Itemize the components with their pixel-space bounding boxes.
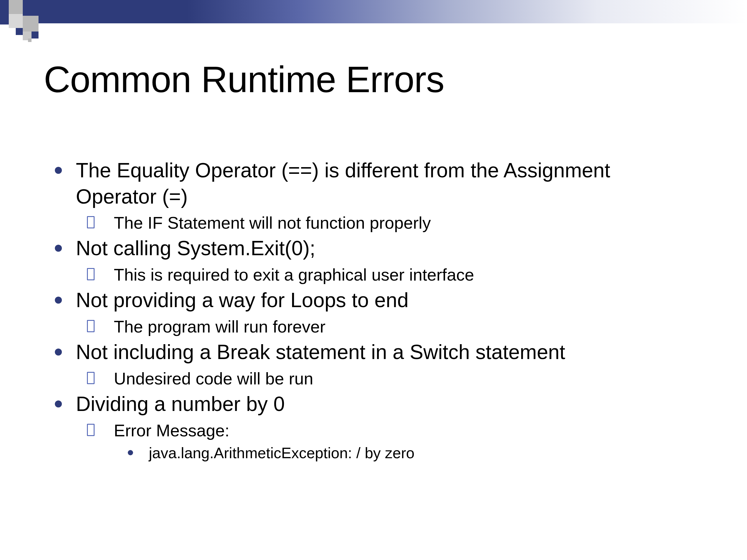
hollow-square-icon [87,320,95,332]
sub-bullet-item: Undesired code will be run [76,367,686,390]
sub-sub-bullet-item: java.lang.ArithmeticException: / by zero [114,443,686,464]
sub-bullet-item: This is required to exit a graphical use… [76,263,686,286]
slide-title: Common Runtime Errors [44,58,444,101]
bullet-item: Not including a Break statement in a Swi… [44,339,686,390]
slide-body: The Equality Operator (==) is different … [44,158,686,465]
bullet-item: The Equality Operator (==) is different … [44,158,686,234]
corner-square-mosaic-icon [0,0,58,58]
hollow-square-icon [87,372,95,384]
bullet-text: Dividing a number by 0 [76,393,285,415]
bullet-text: Not calling System.Exit(0); [76,237,315,260]
hollow-square-icon [87,424,95,436]
sub-bullet-item: The program will run forever [76,315,686,338]
sub-bullet-text: The program will run forever [114,317,325,336]
sub-sub-bullet-text: java.lang.ArithmeticException: / by zero [149,445,414,461]
top-gradient-bar [0,0,747,23]
slide: Common Runtime Errors The Equality Opera… [0,0,747,560]
sub-bullet-item: Error Message: java.lang.ArithmeticExcep… [76,419,686,464]
sub-bullet-text: Error Message: [114,421,229,440]
sub-bullet-item: The IF Statement will not function prope… [76,211,686,234]
bullet-item: Dividing a number by 0 Error Message: ja… [44,391,686,464]
bullet-text: The Equality Operator (==) is different … [76,159,610,208]
bullet-text: Not including a Break statement in a Swi… [76,341,565,364]
bullet-text: Not providing a way for Loops to end [76,289,409,312]
sub-bullet-text: The IF Statement will not function prope… [114,213,431,232]
hollow-square-icon [87,216,95,229]
bullet-item: Not providing a way for Loops to end The… [44,287,686,338]
sub-bullet-text: Undesired code will be run [114,369,313,388]
bullet-item: Not calling System.Exit(0); This is requ… [44,235,686,286]
sub-bullet-text: This is required to exit a graphical use… [114,265,474,284]
hollow-square-icon [87,268,95,280]
